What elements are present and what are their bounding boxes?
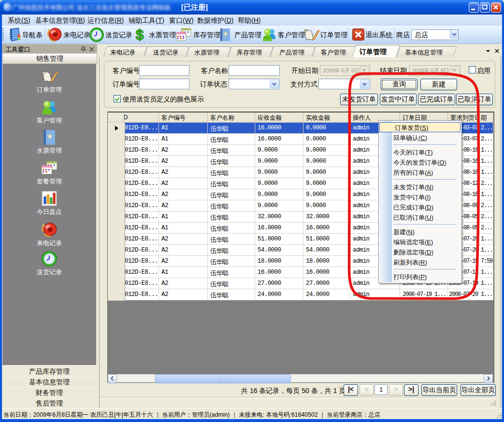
svg-text:$: $ xyxy=(136,27,144,42)
